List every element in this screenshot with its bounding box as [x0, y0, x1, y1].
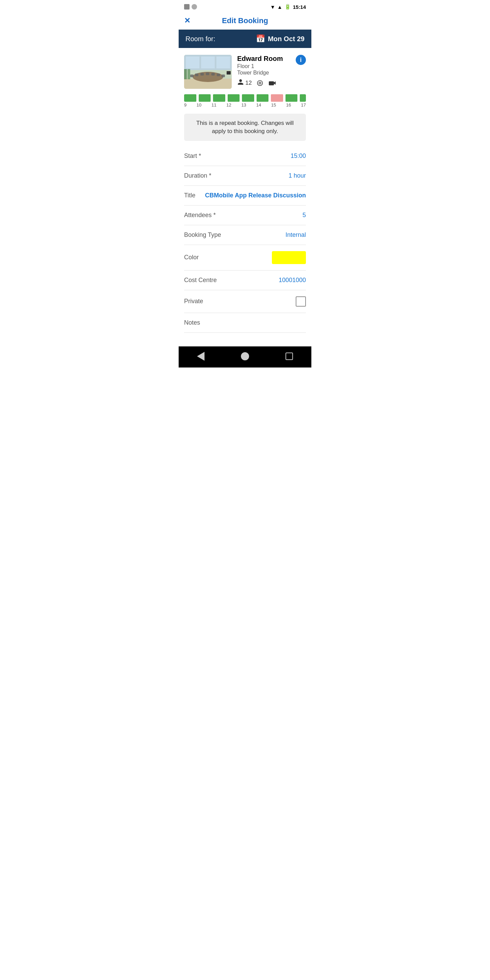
svg-rect-12: [217, 73, 220, 76]
attendees-value: 5: [302, 212, 306, 219]
timeline-label-15: 15: [271, 102, 276, 108]
svg-rect-11: [211, 73, 215, 76]
circle-icon: [192, 4, 197, 10]
info-circle-icon[interactable]: i: [296, 55, 306, 65]
timeline-seg-1: [184, 94, 196, 102]
timeline-seg-5: [242, 94, 254, 102]
capacity-amenity: 12: [237, 79, 252, 87]
timeline-label-10: 10: [197, 102, 202, 108]
title-label: Title: [184, 192, 195, 199]
room-image: [184, 55, 232, 89]
booking-type-field-row[interactable]: Booking Type Internal: [184, 225, 306, 245]
edit-booking-header: ✕ Edit Booking: [179, 12, 311, 30]
bottom-navigation: [179, 347, 311, 368]
svg-rect-7: [190, 75, 194, 77]
svg-rect-16: [227, 71, 231, 75]
info-button[interactable]: i: [296, 55, 306, 65]
timeline-seg-8: [285, 94, 298, 102]
svg-rect-8: [195, 73, 198, 76]
duration-value: 1 hour: [288, 172, 306, 179]
status-bar-right: ▼ ▲ 🔋 15:14: [270, 4, 306, 10]
timeline-label-11: 11: [211, 102, 216, 108]
svg-rect-10: [206, 73, 209, 75]
status-bar: ▼ ▲ 🔋 15:14: [179, 0, 311, 12]
private-checkbox[interactable]: [296, 296, 306, 307]
svg-rect-3: [201, 56, 215, 68]
room-info: Edward Room Floor 1 Tower Bridge 12: [237, 55, 306, 87]
close-button[interactable]: ✕: [184, 16, 190, 25]
start-field-row[interactable]: Start * 15:00: [184, 146, 306, 166]
room-name: Edward Room: [237, 55, 283, 63]
title-value: CBMobile App Release Discussion: [201, 192, 306, 199]
calendar-icon: 📅: [256, 34, 265, 43]
booking-type-label: Booking Type: [184, 231, 221, 239]
timeline-seg-4: [228, 94, 240, 102]
booking-type-value: Internal: [285, 231, 306, 239]
timeline-label-17: 17: [301, 102, 306, 108]
back-icon: [197, 352, 205, 361]
timeline-label-9: 9: [184, 102, 186, 108]
recents-button[interactable]: [285, 353, 293, 360]
timeline-seg-2: [199, 94, 211, 102]
svg-rect-14: [184, 69, 187, 79]
timeline-label-14: 14: [256, 102, 261, 108]
status-bar-left: [184, 4, 197, 10]
back-button[interactable]: [197, 352, 205, 361]
color-label: Color: [184, 254, 199, 261]
person-icon: [237, 79, 244, 87]
cost-centre-field-row[interactable]: Cost Centre 10001000: [184, 270, 306, 290]
private-field-row[interactable]: Private: [184, 290, 306, 313]
attendees-label: Attendees *: [184, 212, 216, 219]
timeline-seg-9: [300, 94, 306, 102]
svg-rect-13: [221, 75, 225, 77]
private-label: Private: [184, 298, 203, 305]
booking-form: Start * 15:00 Duration * 1 hour Title CB…: [179, 146, 311, 333]
room-for-label: Room for:: [185, 35, 215, 43]
recents-icon: [285, 353, 293, 360]
camera-amenity: [268, 80, 276, 86]
timeline-seg-7-red: [271, 94, 283, 102]
timeline-label-16: 16: [286, 102, 291, 108]
svg-rect-9: [200, 73, 204, 76]
room-photo: [184, 55, 232, 89]
booking-date: 📅 Mon Oct 29: [256, 34, 305, 43]
capacity-value: 12: [245, 80, 252, 86]
date-text: Mon Oct 29: [268, 35, 305, 43]
duration-field-row[interactable]: Duration * 1 hour: [184, 166, 306, 186]
room-for-bar: Room for: 📅 Mon Oct 29: [179, 30, 311, 48]
timeline-label-12: 12: [226, 102, 231, 108]
sim-card-icon: [184, 4, 189, 10]
timeline-labels: 9 10 11 12 13 14 15 16 17: [184, 102, 306, 108]
start-value: 15:00: [291, 153, 306, 159]
cost-centre-value: 10001000: [279, 277, 306, 284]
duration-label: Duration *: [184, 172, 211, 179]
home-icon: [241, 352, 249, 360]
start-label: Start *: [184, 153, 201, 159]
repeat-booking-notice: This is a repeat booking. Changes will a…: [184, 114, 306, 141]
signal-icon: ▲: [277, 4, 282, 10]
title-field-row[interactable]: Title CBMobile App Release Discussion: [184, 186, 306, 205]
time-display: 15:14: [293, 4, 306, 10]
notes-field-row[interactable]: Notes: [184, 313, 306, 333]
svg-rect-2: [186, 56, 199, 68]
home-button[interactable]: [241, 352, 249, 360]
timeline-seg-6: [256, 94, 269, 102]
timeline-bar: [184, 94, 306, 102]
battery-icon: 🔋: [285, 4, 291, 10]
svg-rect-15: [188, 69, 190, 79]
timeline-seg-3: [213, 94, 225, 102]
camera-icon: [268, 80, 276, 86]
notice-text: This is a repeat booking. Changes will a…: [196, 120, 294, 134]
room-amenities: 12: [237, 79, 283, 87]
timeline-label-13: 13: [241, 102, 246, 108]
color-swatch[interactable]: [272, 251, 306, 264]
room-building: Tower Bridge: [237, 70, 283, 76]
wifi-icon: ▼: [270, 4, 275, 10]
room-floor: Floor 1: [237, 63, 283, 69]
svg-rect-17: [269, 81, 274, 86]
cost-centre-label: Cost Centre: [184, 277, 217, 284]
svg-rect-4: [216, 56, 230, 68]
attendees-field-row[interactable]: Attendees * 5: [184, 205, 306, 225]
video-icon: [256, 80, 263, 86]
color-field-row[interactable]: Color: [184, 245, 306, 270]
